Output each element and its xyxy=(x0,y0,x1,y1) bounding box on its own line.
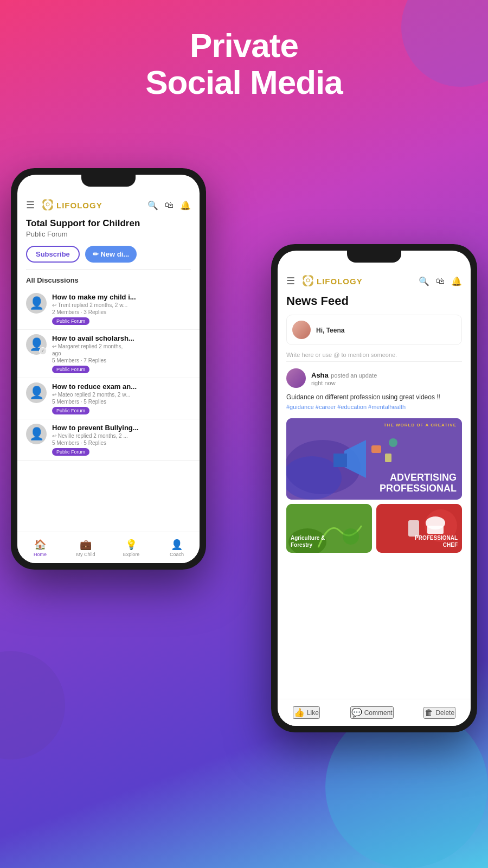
phone2-brand: LIFOLOGY xyxy=(317,277,363,286)
disc-meta-1: ↩ Trent replied 2 months, 2 w... xyxy=(52,302,191,308)
phones-area: ☰ LIFOLOGY 🔍 🛍 🔔 xyxy=(0,136,488,868)
page-title-area: Private Social Media xyxy=(0,0,488,101)
svg-rect-9 xyxy=(385,454,391,462)
nav-explore-label: Explore xyxy=(123,552,140,557)
disc-content-4: How to prevent Bullying... ↩ Neville rep… xyxy=(52,424,191,456)
phone2-screen: ☰ LIFOLOGY 🔍 🛍 🔔 xyxy=(278,251,471,726)
phone1-screen: ☰ LIFOLOGY 🔍 🛍 🔔 xyxy=(17,175,200,563)
phone2-header-icons: 🔍 🛍 🔔 xyxy=(419,276,462,286)
like-label: Like xyxy=(307,709,319,717)
menu-icon[interactable]: ☰ xyxy=(26,199,35,211)
disc-title-1: How to make my child i... xyxy=(52,293,191,301)
chef-label: PROFESSIONALCHEF xyxy=(381,534,458,548)
forum-subtitle: Public Forum xyxy=(17,230,200,244)
discussion-item-3[interactable]: 👤 How to reduce exam an... ↩ Mateo repli… xyxy=(17,378,200,419)
disc-tag-2: Public Forum xyxy=(52,366,89,373)
phone-2: ☰ LIFOLOGY 🔍 🛍 🔔 xyxy=(271,244,477,732)
newsfeed-title: News Feed xyxy=(278,292,471,315)
phone1-notch xyxy=(81,175,136,187)
nav-mychild[interactable]: 💼 My Child xyxy=(63,539,108,557)
post-author-info: Asha posted an update right now xyxy=(311,370,377,386)
card-title-2: PROFESSIONAL xyxy=(380,483,457,494)
phone2-logo: LIFOLOGY xyxy=(301,275,414,288)
phone1-bottom-nav: 🏠 Home 💼 My Child 💡 Explore 👤 Coach xyxy=(17,532,200,563)
disc-stats-1: 2 Members · 3 Replies xyxy=(52,309,191,315)
disc-tag-4: Public Forum xyxy=(52,448,89,456)
post-tags: #guidance #career #education #mentalheal… xyxy=(286,404,406,410)
mychild-icon: 💼 xyxy=(80,539,92,551)
phone2-bell-icon[interactable]: 🔔 xyxy=(451,276,462,286)
phone2-menu-icon[interactable]: ☰ xyxy=(286,275,295,287)
disc-badge-2: ✓ xyxy=(39,347,47,355)
post-action: posted an update xyxy=(331,372,377,379)
image-cards-row: Agriculture &Forestry PROFESSIONALCHEF xyxy=(286,504,462,553)
disc-content-2: How to avail scholarsh... ↩ Margaret rep… xyxy=(52,334,191,373)
agriculture-label: Agriculture &Forestry xyxy=(291,534,325,548)
disc-tag-3: Public Forum xyxy=(52,407,89,414)
nav-home[interactable]: 🏠 Home xyxy=(17,539,63,557)
composer-avatar xyxy=(292,321,311,339)
triquetra-icon xyxy=(41,199,54,212)
svg-rect-7 xyxy=(371,445,381,453)
explore-icon: 💡 xyxy=(125,539,137,551)
image-card-advertising[interactable]: THE WORLD OF A CREATIVE ADVERTISING PROF… xyxy=(286,418,462,500)
all-discussions-label: All Discussions xyxy=(17,274,200,289)
nav-coach[interactable]: 👤 Coach xyxy=(154,539,200,557)
svg-point-0 xyxy=(46,203,49,206)
discussion-item-4[interactable]: 👤 How to prevent Bullying... ↩ Neville r… xyxy=(17,419,200,461)
disc-meta-3: ↩ Mateo replied 2 months, 2 w... xyxy=(52,392,191,398)
svg-point-8 xyxy=(389,438,397,447)
forum-title: Total Support for Children xyxy=(17,216,200,230)
title-line-1: Private xyxy=(0,27,488,64)
phone2-triquetra-icon xyxy=(301,275,314,288)
title-line-2: Social Media xyxy=(0,64,488,101)
discussion-item-2[interactable]: 👤 ✓ How to avail scholarsh... ↩ Margaret… xyxy=(17,330,200,378)
delete-button[interactable]: 🗑 Delete xyxy=(423,707,455,719)
phone1-logo: LIFOLOGY xyxy=(41,199,143,212)
phone1-brand: LIFOLOGY xyxy=(56,201,102,210)
disc-stats-4: 5 Members · 5 Replies xyxy=(52,440,191,446)
divider-post xyxy=(286,361,462,362)
post-text: Guidance on different profession using g… xyxy=(286,392,462,412)
post-header: Asha posted an update right now xyxy=(286,368,462,388)
search-icon[interactable]: 🔍 xyxy=(147,200,158,210)
post-composer[interactable]: Hi, Teena xyxy=(286,315,462,345)
bag-icon[interactable]: 🛍 xyxy=(165,200,174,210)
post-author-name: Asha xyxy=(311,371,329,379)
image-card-chef[interactable]: PROFESSIONALCHEF xyxy=(376,504,462,553)
phone2-search-icon[interactable]: 🔍 xyxy=(419,276,429,286)
phone1-header-icons: 🔍 🛍 🔔 xyxy=(147,200,191,210)
card-main-title: ADVERTISING PROFESSIONAL xyxy=(380,473,457,494)
svg-rect-17 xyxy=(427,526,444,534)
news-post-1: Asha posted an update right now Guidance… xyxy=(286,368,462,412)
disc-meta-4: ↩ Neville replied 2 months, 2 ... xyxy=(52,433,191,439)
disc-stats-2: 5 Members · 7 Replies xyxy=(52,358,191,363)
new-discussion-button[interactable]: ✏ New di... xyxy=(85,246,137,263)
image-card-agriculture[interactable]: Agriculture &Forestry xyxy=(286,504,372,553)
disc-avatar-3: 👤 xyxy=(26,382,47,403)
disc-content-1: How to make my child i... ↩ Trent replie… xyxy=(52,293,191,325)
disc-avatar-1: 👤 xyxy=(26,293,47,314)
phone2-notch xyxy=(347,251,401,263)
disc-title-3: How to reduce exam an... xyxy=(52,382,191,391)
nav-coach-label: Coach xyxy=(170,552,184,557)
delete-icon: 🗑 xyxy=(425,708,433,718)
comment-button[interactable]: 💬 Comment xyxy=(350,706,394,719)
svg-point-12 xyxy=(343,528,359,545)
nav-mychild-label: My Child xyxy=(76,552,95,557)
comment-icon: 💬 xyxy=(351,707,362,718)
phone2-bag-icon[interactable]: 🛍 xyxy=(436,276,445,286)
disc-tag-1: Public Forum xyxy=(52,317,89,325)
disc-content-3: How to reduce exam an... ↩ Mateo replied… xyxy=(52,382,191,414)
like-icon: 👍 xyxy=(294,707,305,718)
like-button[interactable]: 👍 Like xyxy=(293,706,320,719)
divider-1 xyxy=(26,269,191,270)
nav-explore[interactable]: 💡 Explore xyxy=(108,539,154,557)
disc-stats-3: 5 Members · 5 Replies xyxy=(52,399,191,405)
disc-avatar-2: 👤 ✓ xyxy=(26,334,47,355)
post-time: right now xyxy=(311,380,377,386)
subscribe-button[interactable]: Subscribe xyxy=(26,246,80,263)
discussion-item-1[interactable]: 👤 How to make my child i... ↩ Trent repl… xyxy=(17,289,200,330)
disc-avatar-4: 👤 xyxy=(26,424,47,444)
bell-icon[interactable]: 🔔 xyxy=(180,200,191,210)
